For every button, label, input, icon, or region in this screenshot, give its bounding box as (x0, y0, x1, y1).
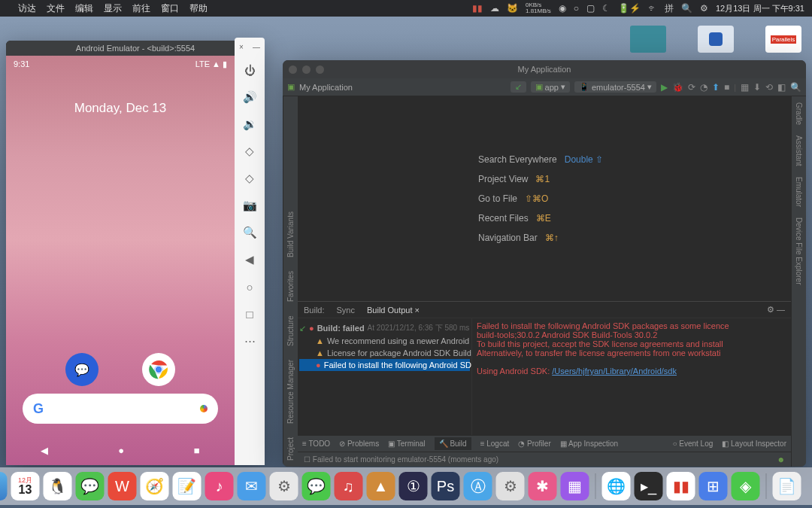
build-output[interactable]: Failed to install the following Android … (472, 318, 791, 435)
build-variant-button[interactable]: ↙ (511, 81, 526, 93)
nav-recent-button[interactable]: ■ (194, 445, 200, 456)
dock-settings[interactable]: ⚙ (270, 472, 298, 500)
debug-button[interactable]: 🐞 (672, 82, 683, 93)
device-combo[interactable]: 📱 emulator-5554 ▾ (574, 81, 656, 93)
messages-app-icon[interactable]: 💬 (65, 353, 98, 386)
status-datetime[interactable]: 12月13日 周一 下午9:31 (716, 3, 804, 14)
menu-app[interactable]: 访达 (18, 2, 36, 15)
build-tab-build[interactable]: Build: (304, 306, 325, 315)
profile-button[interactable]: ◔ (700, 82, 707, 93)
phone-screen[interactable]: 9:31 LTE ▲ ▮ Monday, Dec 13 💬 G ◀ ● ■ (6, 56, 235, 465)
sync-button[interactable]: ⟲ (765, 82, 773, 93)
status-pause-icon[interactable]: ▮▮ (472, 3, 483, 14)
tab-terminal[interactable]: ▣ Terminal (388, 440, 425, 448)
emulator-close-icon[interactable]: × (239, 43, 244, 51)
menu-file[interactable]: 文件 (47, 2, 65, 15)
status-dnd-icon[interactable]: ☾ (602, 3, 611, 14)
rotate-right-button[interactable]: ◇ (241, 170, 258, 187)
menu-help[interactable]: 帮助 (189, 2, 208, 15)
emulator-titlebar[interactable]: Android Emulator - <build>:5554 (6, 41, 265, 56)
dock-wechat[interactable]: 💬 (76, 472, 105, 500)
menu-view[interactable]: 显示 (104, 2, 122, 15)
tab-structure[interactable]: Structure (286, 315, 295, 346)
screenshot-button[interactable]: 📷 (241, 197, 258, 214)
dock-wps[interactable]: W (108, 472, 137, 500)
tab-resource-manager[interactable]: Resource Manager (286, 360, 295, 424)
tab-problems[interactable]: ⊘ Problems (339, 440, 379, 448)
dock-purple[interactable]: ▦ (561, 472, 589, 500)
coverage-button[interactable]: ⟳ (688, 82, 695, 93)
dock-qq[interactable]: 🐧 (44, 472, 72, 500)
dock-windows[interactable]: ⊞ (699, 472, 728, 500)
emulator-minimize-icon[interactable]: — (253, 43, 260, 51)
menu-window[interactable]: 窗口 (161, 2, 179, 15)
dock-netease[interactable]: ♫ (335, 472, 363, 500)
em-more-button[interactable]: ⋯ (241, 333, 258, 349)
traffic-lights[interactable] (289, 65, 324, 74)
build-tab-sync[interactable]: Sync (337, 306, 355, 315)
emulator-window[interactable]: Android Emulator - <build>:5554 9:31 LTE… (6, 41, 265, 465)
tab-eventlog[interactable]: ○ Event Log (672, 440, 713, 448)
status-wechat-icon[interactable]: ☁ (490, 3, 499, 14)
tab-logcat[interactable]: ≡ Logcat (480, 440, 510, 448)
dock-finder[interactable]: ☻ (0, 472, 8, 500)
tab-favorites[interactable]: Favorites (286, 271, 295, 302)
tab-device-explorer[interactable]: Device File Explorer (795, 217, 803, 284)
em-back-button[interactable]: ◀ (241, 251, 258, 268)
google-search-bar[interactable]: G (23, 394, 218, 424)
status-circle-icon[interactable]: ◉ (559, 3, 566, 14)
search-icon[interactable]: 🔍 (790, 82, 801, 93)
avd-button[interactable]: ▦ (741, 82, 749, 93)
stop-button[interactable]: ■ (724, 82, 729, 93)
menu-edit[interactable]: 编辑 (75, 2, 93, 15)
tab-profiler[interactable]: ◔ Profiler (518, 440, 550, 448)
status-search-icon[interactable]: 🔍 (681, 3, 692, 14)
em-overview-button[interactable]: □ (241, 306, 258, 322)
em-home-button[interactable]: ○ (241, 278, 258, 295)
tab-gradle[interactable]: Gradle (795, 102, 803, 125)
tab-layout-inspector[interactable]: ◧ Layout Inspector (722, 440, 786, 448)
sdk-path-link[interactable]: /Users/hjfryan/Library/Android/sdk (552, 367, 677, 376)
zoom-button[interactable]: 🔍 (241, 224, 258, 241)
dock-asana[interactable]: ✱ (529, 472, 557, 500)
tab-build[interactable]: 🔨 Build (435, 437, 471, 450)
rotate-left-button[interactable]: ◇ (241, 143, 258, 160)
dock-music[interactable]: ♪ (205, 472, 234, 500)
volume-up-button[interactable]: 🔊 (241, 89, 258, 105)
dock-sysprefs[interactable]: ⚙ (496, 472, 525, 500)
android-studio-window[interactable]: My Application ▣ My Application ↙ ▣ app … (283, 60, 806, 467)
attach-button[interactable]: ⬆ (712, 82, 720, 93)
status-ring-icon[interactable]: ○ (574, 3, 579, 14)
tab-build-variants[interactable]: Build Variants (286, 211, 295, 257)
tab-project[interactable]: Project (286, 437, 295, 461)
tab-app-inspection[interactable]: ▦ App Inspection (560, 440, 618, 448)
status-control-icon[interactable]: ⚙ (700, 3, 708, 14)
build-tree[interactable]: ↙● Build: failed At 2021/12/12, 6:36 下 5… (298, 318, 472, 435)
nav-back-button[interactable]: ◀ (41, 445, 48, 456)
dock-chrome[interactable]: 🌐 (602, 472, 631, 500)
dock-teamviewer[interactable]: ◈ (732, 472, 760, 500)
chrome-app-icon[interactable] (142, 353, 175, 386)
dock-photoshop[interactable]: Ps (432, 472, 460, 500)
dock-calendar[interactable]: 12月13 (11, 472, 40, 500)
dock-safari[interactable]: 🧭 (141, 472, 169, 500)
dock-appstore[interactable]: Ⓐ (464, 472, 492, 500)
status-battery-icon[interactable]: 🔋⚡ (618, 3, 641, 14)
power-button[interactable]: ⏻ (241, 62, 258, 78)
dock-vlc[interactable]: ▲ (367, 472, 395, 500)
status-stage-icon[interactable]: ▢ (586, 3, 595, 14)
dock-doc[interactable]: 📄 (773, 472, 801, 500)
desktop-folder[interactable] (626, 26, 671, 53)
desktop-parallels[interactable]: Parallels (761, 26, 806, 53)
dock-terminal[interactable]: ▸_ (635, 472, 663, 500)
layout-button[interactable]: ◧ (777, 82, 786, 93)
tab-assistant[interactable]: Assistant (795, 135, 803, 166)
run-config-combo[interactable]: ▣ app ▾ (531, 81, 570, 93)
sdk-button[interactable]: ⬇ (753, 82, 761, 93)
build-tab-output[interactable]: Build Output × (367, 306, 420, 315)
build-settings-icon[interactable]: ⚙ — (767, 305, 785, 315)
nav-home-button[interactable]: ● (118, 445, 124, 456)
menu-go[interactable]: 前往 (132, 2, 150, 15)
status-ok-icon[interactable]: ☻ (777, 455, 785, 464)
dock-1password[interactable]: ① (399, 472, 428, 500)
